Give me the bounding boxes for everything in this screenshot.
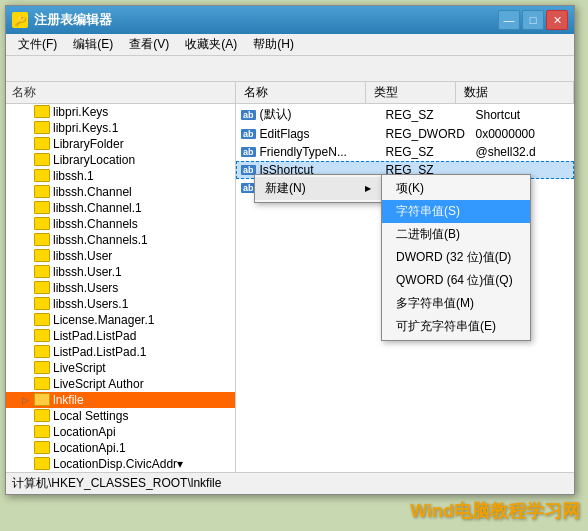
ctx-item-new[interactable]: 新建(N) ▶ bbox=[255, 177, 383, 200]
sub-menu-item[interactable]: QWORD (64 位)值(Q) bbox=[382, 269, 530, 292]
right-item[interactable]: abEditFlagsREG_DWORD0x0000000 bbox=[236, 125, 574, 143]
tree-item-label: libssh.User bbox=[53, 249, 112, 263]
tree-item[interactable]: License.Manager.1 bbox=[6, 312, 235, 328]
folder-img bbox=[34, 377, 50, 390]
folder-icon bbox=[34, 265, 50, 279]
sub-menu-item[interactable]: 项(K) bbox=[382, 177, 530, 200]
tree-item[interactable]: LiveScript bbox=[6, 360, 235, 376]
tree-item-label: libssh.Channel.1 bbox=[53, 201, 142, 215]
folder-icon bbox=[34, 393, 50, 407]
tree-item-label: LibraryFolder bbox=[53, 137, 124, 151]
tree-header: 名称 bbox=[6, 82, 235, 104]
tree-expand-icon[interactable]: ▷ bbox=[22, 395, 34, 405]
folder-icon bbox=[34, 249, 50, 263]
tree-item-label: libssh.Users.1 bbox=[53, 297, 128, 311]
menu-item[interactable]: 帮助(H) bbox=[245, 34, 302, 55]
tree-item[interactable]: LiveScript Author bbox=[6, 376, 235, 392]
tree-item[interactable]: LibraryFolder bbox=[6, 136, 235, 152]
tree-item[interactable]: LocationDisp.CivicAddr▾ bbox=[6, 456, 235, 472]
folder-img bbox=[34, 441, 50, 454]
tree-item-label: libpri.Keys.1 bbox=[53, 121, 118, 135]
folder-img bbox=[34, 169, 50, 182]
tree-item-label: libssh.Channels bbox=[53, 217, 138, 231]
tree-item[interactable]: libssh.Channels bbox=[6, 216, 235, 232]
tree-item[interactable]: LocationApi bbox=[6, 424, 235, 440]
sub-menu-item[interactable]: 多字符串值(M) bbox=[382, 292, 530, 315]
tree-item[interactable]: libssh.User bbox=[6, 248, 235, 264]
tree-item[interactable]: libssh.Users.1 bbox=[6, 296, 235, 312]
tree-item-label: libssh.Channel bbox=[53, 185, 132, 199]
reg-data: 0x0000000 bbox=[476, 127, 569, 141]
tree-item[interactable]: ListPad.ListPad.1 bbox=[6, 344, 235, 360]
tree-panel: 名称 libpri.Keys libpri.Keys.1 LibraryFold… bbox=[6, 82, 236, 472]
minimize-button[interactable]: — bbox=[498, 10, 520, 30]
reg-type-icon: ab bbox=[241, 110, 256, 120]
titlebar-left: 🔑 注册表编辑器 bbox=[12, 11, 112, 29]
menu-item[interactable]: 编辑(E) bbox=[65, 34, 121, 55]
tree-item[interactable]: LibraryLocation bbox=[6, 152, 235, 168]
sub-menu-item[interactable]: 字符串值(S) bbox=[382, 200, 530, 223]
sub-menu-item[interactable]: DWORD (32 位)值(D) bbox=[382, 246, 530, 269]
reg-name: FriendlyTypeN... bbox=[260, 145, 386, 159]
folder-img bbox=[34, 297, 50, 310]
tree-item-label: LiveScript Author bbox=[53, 377, 144, 391]
ctx-item-new-label: 新建(N) bbox=[265, 180, 306, 197]
folder-img bbox=[34, 281, 50, 294]
watermark-highlight: 电脑教程学习网 bbox=[454, 501, 580, 521]
folder-img bbox=[34, 201, 50, 214]
maximize-button[interactable]: □ bbox=[522, 10, 544, 30]
folder-icon bbox=[34, 217, 50, 231]
reg-type-icon: ab bbox=[241, 147, 256, 157]
right-item[interactable]: ab(默认)REG_SZShortcut bbox=[236, 104, 574, 125]
folder-img bbox=[34, 153, 50, 166]
col-header-name[interactable]: 名称 bbox=[236, 82, 366, 103]
reg-type: REG_SZ bbox=[386, 108, 476, 122]
folder-icon bbox=[34, 409, 50, 423]
menu-item[interactable]: 文件(F) bbox=[10, 34, 65, 55]
statusbar-text: 计算机\HKEY_CLASSES_ROOT\lnkfile bbox=[12, 475, 221, 492]
tree-item[interactable]: ▷lnkfile bbox=[6, 392, 235, 408]
folder-img bbox=[34, 137, 50, 150]
sub-menu-item[interactable]: 可扩充字符串值(E) bbox=[382, 315, 530, 338]
folder-icon bbox=[34, 313, 50, 327]
tree-item[interactable]: Local Settings bbox=[6, 408, 235, 424]
tree-item[interactable]: libssh.1 bbox=[6, 168, 235, 184]
col-header-data[interactable]: 数据 bbox=[456, 82, 574, 103]
right-header: 名称 类型 数据 bbox=[236, 82, 574, 104]
close-button[interactable]: ✕ bbox=[546, 10, 568, 30]
tree-item[interactable]: libssh.Channels.1 bbox=[6, 232, 235, 248]
tree-item[interactable]: LocationApi.1 bbox=[6, 440, 235, 456]
tree-list[interactable]: libpri.Keys libpri.Keys.1 LibraryFolder … bbox=[6, 104, 235, 472]
folder-img bbox=[34, 249, 50, 262]
tree-item[interactable]: libpri.Keys bbox=[6, 104, 235, 120]
folder-icon bbox=[34, 201, 50, 215]
tree-item[interactable]: ListPad.ListPad bbox=[6, 328, 235, 344]
tree-item[interactable]: libssh.Channel.1 bbox=[6, 200, 235, 216]
tree-item-label: LocationApi bbox=[53, 425, 116, 439]
folder-icon bbox=[34, 425, 50, 439]
col-header-type[interactable]: 类型 bbox=[366, 82, 456, 103]
menubar: 文件(F)编辑(E)查看(V)收藏夹(A)帮助(H) bbox=[6, 34, 574, 56]
tree-item-label: libssh.Users bbox=[53, 281, 118, 295]
folder-icon bbox=[34, 281, 50, 295]
menu-item[interactable]: 收藏夹(A) bbox=[177, 34, 245, 55]
folder-icon bbox=[34, 457, 50, 471]
tree-item-label: License.Manager.1 bbox=[53, 313, 154, 327]
menu-item[interactable]: 查看(V) bbox=[121, 34, 177, 55]
tree-item[interactable]: libssh.Channel bbox=[6, 184, 235, 200]
tree-item[interactable]: libpri.Keys.1 bbox=[6, 120, 235, 136]
tree-item-label: libssh.1 bbox=[53, 169, 94, 183]
reg-type-icon: ab bbox=[241, 129, 256, 139]
reg-data: Shortcut bbox=[476, 108, 569, 122]
reg-data: @shell32.d bbox=[476, 145, 569, 159]
window-title: 注册表编辑器 bbox=[34, 11, 112, 29]
tree-item[interactable]: libssh.User.1 bbox=[6, 264, 235, 280]
tree-item-label: ListPad.ListPad.1 bbox=[53, 345, 146, 359]
sub-menu-item[interactable]: 二进制值(B) bbox=[382, 223, 530, 246]
reg-type: REG_SZ bbox=[386, 145, 476, 159]
tree-item[interactable]: libssh.Users bbox=[6, 280, 235, 296]
folder-img bbox=[34, 409, 50, 422]
folder-img bbox=[34, 217, 50, 230]
folder-icon bbox=[34, 153, 50, 167]
right-item[interactable]: abFriendlyTypeN...REG_SZ@shell32.d bbox=[236, 143, 574, 161]
